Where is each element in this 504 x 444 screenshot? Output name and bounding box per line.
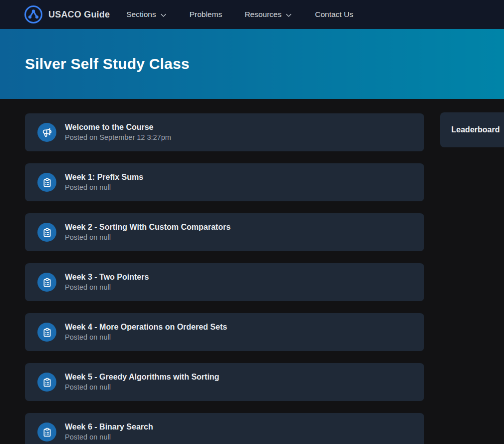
- card-title: Week 6 - Binary Search: [65, 423, 153, 432]
- usaco-guide-logo-icon: [24, 5, 43, 24]
- card-posted-date: Posted on September 12 3:27pm: [65, 134, 171, 142]
- announcement-card[interactable]: Week 2 - Sorting With Custom Comparators…: [25, 213, 424, 251]
- brand-name: USACO Guide: [48, 9, 110, 20]
- nav-item-label: Problems: [190, 10, 222, 19]
- clipboard-list-icon: [37, 373, 56, 392]
- card-posted-date: Posted on null: [65, 334, 227, 342]
- card-title: Welcome to the Course: [65, 123, 171, 132]
- card-posted-date: Posted on null: [65, 184, 143, 192]
- announcement-card[interactable]: Welcome to the Course Posted on Septembe…: [25, 113, 424, 151]
- nav-links: Sections Problems Resources Contact Us: [126, 5, 353, 24]
- clipboard-list-icon: [37, 423, 56, 442]
- card-title: Week 1: Prefix Sums: [65, 173, 143, 182]
- clipboard-list-icon: [37, 323, 56, 342]
- leaderboard-button[interactable]: Leaderboard: [440, 112, 504, 147]
- card-posted-date: Posted on null: [65, 384, 219, 392]
- hero-banner: Silver Self Study Class: [0, 29, 504, 99]
- card-title: Week 5 - Greedy Algorithms with Sorting: [65, 373, 219, 382]
- chevron-down-icon: [160, 11, 167, 19]
- card-posted-date: Posted on null: [65, 234, 231, 242]
- page-title: Silver Self Study Class: [25, 55, 190, 72]
- card-title: Week 2 - Sorting With Custom Comparators: [65, 223, 231, 232]
- page: USACO Guide Sections Problems Resources …: [0, 0, 504, 444]
- announcement-card[interactable]: Week 5 - Greedy Algorithms with Sorting …: [25, 363, 424, 401]
- announcement-card[interactable]: Week 1: Prefix Sums Posted on null: [25, 163, 424, 201]
- card-title: Week 4 - More Operations on Ordered Sets: [65, 323, 227, 332]
- top-navbar: USACO Guide Sections Problems Resources …: [0, 0, 504, 29]
- announcement-card[interactable]: Week 3 - Two Pointers Posted on null: [25, 263, 424, 301]
- leaderboard-label: Leaderboard: [452, 125, 500, 134]
- megaphone-icon: [37, 123, 56, 142]
- announcements-list: Welcome to the Course Posted on Septembe…: [0, 99, 504, 444]
- nav-item-contact-us[interactable]: Contact Us: [315, 5, 353, 24]
- brand-link[interactable]: USACO Guide: [24, 5, 110, 24]
- nav-item-resources[interactable]: Resources: [245, 5, 292, 24]
- clipboard-list-icon: [37, 223, 56, 242]
- nav-item-problems[interactable]: Problems: [190, 5, 222, 24]
- card-title: Week 3 - Two Pointers: [65, 273, 149, 282]
- chevron-down-icon: [285, 11, 292, 19]
- nav-item-sections[interactable]: Sections: [126, 5, 167, 24]
- nav-item-label: Sections: [126, 10, 156, 19]
- announcement-card[interactable]: Week 6 - Binary Search Posted on null: [25, 413, 424, 444]
- nav-item-label: Contact Us: [315, 10, 353, 19]
- clipboard-list-icon: [37, 273, 56, 292]
- announcement-card[interactable]: Week 4 - More Operations on Ordered Sets…: [25, 313, 424, 351]
- card-posted-date: Posted on null: [65, 284, 149, 292]
- card-posted-date: Posted on null: [65, 434, 153, 442]
- clipboard-list-icon: [37, 173, 56, 192]
- nav-item-label: Resources: [245, 10, 281, 19]
